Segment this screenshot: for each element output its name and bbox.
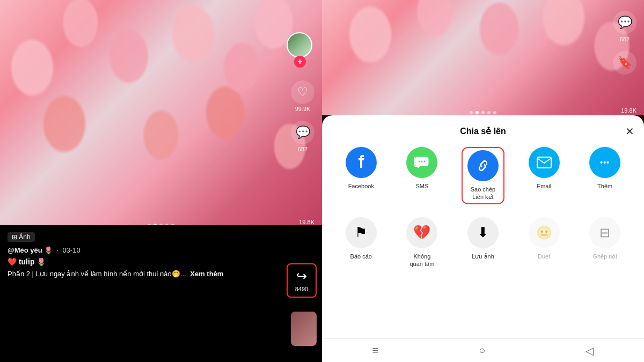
like-icon: ♡ [291, 80, 314, 104]
unfollow-label: Khôngquan tâm [409, 253, 434, 268]
video-thumbnail[interactable] [291, 312, 317, 346]
close-button[interactable]: ✕ [625, 125, 634, 138]
nav-menu-icon[interactable]: ≡ [372, 344, 379, 357]
comment-icon-right: 💬 [613, 11, 636, 34]
action-icons-left: ♡ 99.9K 💬 682 [291, 80, 314, 152]
share-arrow-icon: ↪ [296, 269, 307, 284]
svg-point-3 [421, 161, 423, 162]
sms-icon [406, 147, 437, 178]
save-photo-icon: ⬇ [467, 217, 499, 248]
like-action[interactable]: ♡ 99.9K [291, 80, 314, 112]
video-background-right: 💬 682 🔖 [322, 0, 644, 115]
username-line: @Mèo yêu 🌷 · 03-10 [8, 246, 314, 254]
share-item-copy[interactable]: Sao chépLiên kết [462, 147, 504, 204]
video-background-left: + ♡ 99.9K 💬 682 [0, 0, 322, 225]
save-action-right[interactable]: 🔖 [613, 51, 636, 75]
comment-action-right[interactable]: 💬 682 [613, 11, 636, 42]
action-item-stitch: ⊟ Ghép nối [583, 217, 626, 268]
bookmark-icon: 🔖 [613, 51, 636, 75]
dot-r3 [481, 111, 485, 114]
avatar[interactable] [287, 32, 312, 58]
like-count: 99.9K [295, 106, 311, 112]
action-item-unfollow[interactable]: 💔 Khôngquan tâm [400, 217, 443, 268]
post-date: 03-10 [62, 246, 80, 254]
see-more-button[interactable]: Xem thêm [190, 270, 223, 278]
facebook-icon [346, 147, 377, 178]
dot-r2 [475, 111, 479, 114]
more-icon: ••• [589, 147, 620, 178]
bottom-bar-left: ⊞ Ảnh @Mèo yêu 🌷 · 03-10 ❤️ tulip 🌷 Phần… [0, 225, 322, 362]
stitch-label: Ghép nối [592, 253, 617, 260]
duet-label: Duet [538, 253, 550, 260]
share-button-left[interactable]: ↪ 8490 [287, 263, 317, 298]
facebook-label: Facebook [348, 182, 374, 190]
dot-r5 [493, 111, 496, 114]
report-label: Báo cáo [350, 253, 372, 260]
bottom-navigation: ≡ ○ ◁ [322, 338, 644, 362]
share-row-2: ⚑ Báo cáo 💔 Khôngquan tâm ⬇ Lưu ảnh 😐 Du… [331, 217, 635, 268]
action-item-duet: 😐 Duet [523, 217, 566, 268]
post-desc: Phần 2 | Lưu ngay ảnh về làm hình nền mớ… [8, 269, 314, 279]
share-item-facebook[interactable]: Facebook [340, 147, 383, 204]
copy-link-icon [467, 150, 499, 181]
comment-count: 682 [298, 146, 308, 152]
post-title: ❤️ tulip 🌷 [8, 257, 314, 266]
save-photo-label: Lưu ảnh [472, 253, 494, 260]
username[interactable]: @Mèo yêu 🌷 [8, 246, 53, 254]
share-sheet: Chia sẻ lên ✕ Facebook [322, 115, 644, 362]
save-count-right: 19.8K [621, 107, 636, 114]
stitch-icon: ⊟ [589, 217, 620, 248]
more-label: Thêm [597, 182, 612, 190]
share-row-1: Facebook SMS [331, 147, 635, 204]
tulip-decoration-right [322, 0, 644, 115]
svg-point-4 [424, 161, 426, 162]
share-item-sms[interactable]: SMS [400, 147, 443, 204]
follow-button[interactable]: + [294, 56, 306, 68]
dot-r1 [470, 111, 473, 114]
nav-back-icon[interactable]: ◁ [586, 344, 594, 357]
tulip-decoration-left [0, 0, 322, 225]
email-icon [529, 147, 560, 178]
right-panel: 💬 682 🔖 19.8K Thom Chia sẻ lên ✕ [322, 0, 644, 362]
svg-point-2 [419, 161, 420, 162]
share-sheet-title: Chia sẻ lên [331, 126, 635, 136]
action-icons-right: 💬 682 🔖 [613, 11, 636, 75]
action-item-save-photo[interactable]: ⬇ Lưu ảnh [462, 217, 504, 268]
left-panel: + ♡ 99.9K 💬 682 19.8K ⊞ Ảnh @Mèo yêu [0, 0, 322, 362]
save-count-left: 19.8K [299, 219, 314, 225]
share-item-email[interactable]: Email [523, 147, 566, 204]
pagination-dots-right [470, 111, 496, 114]
sms-label: SMS [415, 182, 428, 190]
copy-label: Sao chépLiên kết [471, 186, 495, 201]
dot-r4 [487, 111, 491, 114]
duet-icon: 😐 [529, 217, 560, 248]
action-item-report[interactable]: ⚑ Báo cáo [340, 217, 383, 268]
comment-action[interactable]: 💬 682 [291, 121, 314, 152]
nav-home-icon[interactable]: ○ [479, 344, 485, 357]
photo-badge: ⊞ Ảnh [8, 232, 35, 242]
comment-icon: 💬 [291, 121, 314, 144]
share-count: 8490 [295, 286, 308, 292]
unfollow-icon: 💔 [406, 217, 437, 248]
email-label: Email [537, 182, 552, 190]
report-icon: ⚑ [346, 217, 377, 248]
share-item-more[interactable]: ••• Thêm [583, 147, 626, 204]
comment-count-right: 682 [620, 36, 630, 42]
